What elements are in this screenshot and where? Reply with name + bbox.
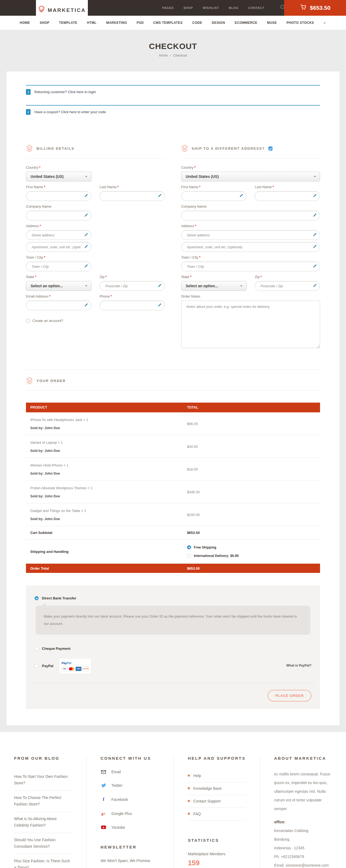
nav-ecommerce[interactable]: ECOMMERCE [235,21,257,25]
twitter-link[interactable]: Twitter [101,783,160,787]
billing-state-select[interactable]: Select an option... [26,281,91,291]
billing-last-name-input[interactable] [100,191,165,201]
radio-unselected-icon[interactable] [35,664,39,668]
shipping-row: Shipping and Handling Free Shipping Inte… [26,539,320,564]
nav-cms-templates[interactable]: CMS TEMPLATES [153,21,182,25]
billing-country-select[interactable]: United States (US) [26,172,91,181]
top-nav-shop[interactable]: SHOP [183,6,193,9]
billing-zip-input[interactable] [100,281,165,291]
subtotal-label: Cart Subtotal [26,531,183,535]
nav-template[interactable]: TEMPLATE [59,21,77,25]
ship-different-checkbox[interactable] [269,147,273,151]
shipping-apartment-input[interactable] [181,242,320,252]
knowledge-base-link[interactable]: Knowladge Base [188,782,246,795]
google-plus-link[interactable]: g+ Google Plus [101,811,160,816]
nav-marketing[interactable]: MARKETING [106,21,127,25]
visa-card-icon: VISA [62,666,68,671]
table-row: Gadget and Things on the Table × 1 Sold … [26,503,320,526]
billing-apartment-input[interactable] [26,242,91,252]
nav-code[interactable]: CODE [192,21,202,25]
blog-link[interactable]: How To Start Your Own Fashion Store? [14,770,72,791]
nav-shop[interactable]: SHOP [40,21,49,25]
shipping-state-select[interactable]: Select an option... [181,281,246,291]
logo[interactable]: MARKETICA [36,0,88,21]
shipping-country-select[interactable]: United States (US) [181,172,320,181]
your-order-section: YOUR ORDER PRODUCT TOTAL iPhone 5s with … [26,370,320,709]
bank-transfer-option[interactable]: Direct Bank Transfer [30,596,316,600]
email-icon [101,770,106,774]
shipping-first-name-input[interactable] [181,191,246,201]
edit-pen-icon [312,245,316,249]
cart-icon [300,4,307,12]
blog-title: FROM OUR BLOG [14,756,72,761]
free-shipping-option[interactable]: Free Shipping [187,545,320,549]
email-link[interactable]: Email [101,770,160,774]
shipping-company-input[interactable] [181,211,320,220]
cheque-payment-option[interactable]: Cheque Payment [30,647,316,651]
shipping-column: SHIP TO A DIFFERENT ADDRESS? Country* Un… [181,145,320,353]
paypal-option[interactable]: PayPal PayPal VISA MC AMEX DISCOVER What… [30,659,316,673]
edit-pen-icon [312,284,316,288]
resize-handle-icon[interactable] [316,345,319,348]
shipping-last-name-input[interactable] [255,191,320,201]
order-total-value: $653.50 [183,566,320,570]
radio-selected-icon[interactable] [35,596,39,600]
facebook-link[interactable]: f Facebook [101,797,160,802]
place-order-button[interactable]: PLACE ORDER [268,690,311,702]
layers-icon [181,145,188,152]
shipping-zip-input[interactable] [255,281,320,291]
top-nav-blog[interactable]: BLOG [229,6,238,9]
edit-pen-icon [312,213,316,218]
youtube-link[interactable]: Youtube [101,825,160,830]
nav-muse[interactable]: MUSE [267,21,277,25]
blog-link[interactable]: How To Choose The Perfect Fashion Store? [14,791,72,812]
shipping-street-input[interactable] [181,230,320,240]
twitter-icon [101,783,106,787]
radio-unselected-icon[interactable] [35,647,39,651]
state-label: State [26,275,34,279]
shipping-town-input[interactable] [181,261,320,271]
faq-link[interactable]: FAQ [188,808,246,820]
radio-selected-icon[interactable] [187,545,191,549]
nav-psd[interactable]: PSD [137,21,144,25]
nav-html[interactable]: HTML [87,21,97,25]
blog-link[interactable]: Plus Size Fashion: Is There Such a Thing… [14,854,72,868]
billing-town-input[interactable] [26,261,91,271]
zip-label: Zip [100,275,104,279]
edit-pen-icon [157,284,161,288]
shipping-section-title: SHIP TO A DIFFERENT ADDRESS? [192,147,265,151]
statistics-title: STATISTICS [188,838,246,842]
international-delivery-option[interactable]: International Delivery: $5.90 [187,554,320,558]
returning-customer-notice: i Returning customer? Click here to logi… [26,85,320,101]
create-account-checkbox[interactable] [26,319,30,323]
radio-unselected-icon[interactable] [187,554,191,558]
nav-design[interactable]: DESIGN [212,21,225,25]
billing-email-input[interactable] [26,301,91,310]
billing-first-name-input[interactable] [26,191,91,201]
phone-label: Phone [100,294,110,298]
order-notes-textarea[interactable] [181,301,320,348]
edit-pen-icon [312,194,316,198]
nav-home[interactable]: HOME [20,21,30,25]
what-is-paypal-link[interactable]: What is PayPal? [286,663,311,668]
breadcrumb-home[interactable]: Home [159,54,168,57]
billing-phone-input[interactable] [100,301,165,310]
login-link[interactable]: Click here to login [68,90,96,94]
billing-company-input[interactable] [26,211,91,220]
billing-street-input[interactable] [26,230,91,240]
blog-link[interactable]: What is So Alluring About Celebrity Fash… [14,812,72,833]
top-nav-pages[interactable]: PAGES [162,6,174,9]
cart-button[interactable]: $653.50 [284,0,346,16]
members-count: 159 [188,859,246,867]
help-link[interactable]: Help [188,770,246,782]
blog-link[interactable]: Should You Use Fashion Consultant Servic… [14,833,72,854]
nav-photo-stocks[interactable]: PHOTO STOCKS [286,21,314,25]
contact-support-link[interactable]: Contact Support [188,795,246,808]
chevron-down-icon [85,176,87,177]
top-nav-wishlist[interactable]: WISHLIST [203,6,219,9]
coupon-link[interactable]: Click here to enter your code [61,110,106,114]
nav-more-chevron-icon[interactable]: » [323,21,325,25]
last-name-label: Last Name [100,185,116,189]
top-nav-contact[interactable]: CONTACT [248,6,264,9]
top-nav: PAGES SHOP WISHLIST BLOG CONTACT [162,6,264,9]
